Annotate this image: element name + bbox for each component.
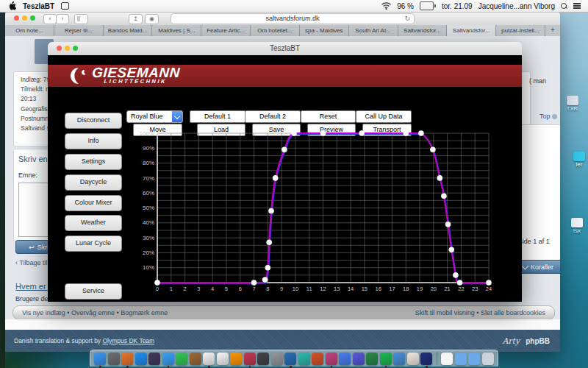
dock-icon-profile-app[interactable] — [353, 353, 365, 365]
dock-icon-stats-app[interactable] — [366, 353, 378, 365]
curve-point-21.6h[interactable] — [453, 272, 459, 278]
dock-icon-red-app[interactable] — [244, 353, 256, 365]
lunar-cycle-button[interactable]: Lunar Cycle — [65, 236, 122, 252]
sidebar-toggle-icon[interactable] — [74, 14, 88, 24]
menu-clock[interactable]: tor. 21.09 — [442, 2, 473, 10]
dock-icon-pink-app[interactable] — [326, 353, 337, 365]
dock-icon-powerpoint[interactable] — [312, 353, 323, 365]
curve-point-7h[interactable] — [251, 280, 257, 286]
tab-10[interactable]: Saltvandsfor... — [447, 25, 496, 36]
dock-icon-app-store[interactable] — [135, 353, 147, 365]
topic-action-links[interactable]: Vis nye indlæg • Overvåg emne • Bogmærk … — [13, 309, 168, 316]
default-1-button[interactable]: Default 1 — [190, 110, 245, 123]
menu-user-name[interactable]: Jacqueline...ann Viborg — [478, 2, 555, 10]
tab-5[interactable]: Feature Artic... — [201, 25, 251, 36]
reset-button[interactable]: Reset — [301, 110, 356, 123]
battery-icon[interactable] — [420, 1, 436, 10]
browser-zoom-button[interactable] — [30, 15, 35, 21]
dock-icon-finder[interactable] — [94, 353, 106, 365]
tab-2[interactable]: Rejser til... — [54, 25, 104, 36]
dock-icon-folder[interactable] — [455, 353, 467, 365]
dock-icon-messages[interactable] — [176, 353, 187, 365]
dock-icon-tiles-app[interactable] — [121, 353, 133, 365]
browser-minimize-button[interactable] — [22, 15, 27, 21]
dock-icon-mail[interactable] — [393, 353, 405, 365]
address-bar[interactable]: saltvandsforum.dk ↻ — [171, 13, 415, 24]
spotlight-search-icon[interactable] — [561, 3, 567, 10]
curve-point-20.75h[interactable] — [441, 193, 447, 199]
curve-point-18h[interactable] — [403, 130, 409, 136]
curve-point-9.2h[interactable] — [282, 147, 287, 153]
desktop-file-3[interactable]: lsx — [571, 218, 583, 234]
browser-close-button[interactable] — [14, 15, 19, 21]
dock-icon-photo-app[interactable] — [148, 353, 160, 365]
dock-icon-teal-app[interactable] — [298, 353, 310, 365]
privacy-icon[interactable]: ◉ — [145, 14, 159, 24]
share-icon[interactable]: ↥ — [129, 14, 143, 24]
board-action-links[interactable]: Skift til mobil visning • Slet alle boar… — [415, 309, 554, 316]
olympus-link[interactable]: Olympus DK Team — [102, 337, 154, 344]
new-tab-button[interactable]: + — [545, 25, 560, 36]
call-up-data-button[interactable]: Call Up Data — [356, 110, 412, 123]
curve-point-7.8h[interactable] — [262, 277, 268, 283]
dock-icon-teszla-app[interactable] — [420, 353, 432, 365]
app-title-bar[interactable]: TeszlaBT — [48, 42, 522, 56]
tab-8[interactable]: South Ari At... — [349, 25, 398, 36]
settings-button[interactable]: Settings — [65, 154, 122, 170]
tab-3[interactable]: Bandos Maid... — [104, 25, 153, 36]
dock-icon-spotify[interactable] — [380, 353, 392, 365]
dock-icon-photos[interactable] — [407, 353, 419, 365]
curve-point-21.9h[interactable] — [457, 280, 463, 286]
curve-point-19.1h[interactable] — [418, 130, 424, 136]
curve-point-8.55h[interactable] — [273, 175, 279, 181]
dock-icon-ibooks[interactable] — [230, 353, 242, 365]
curve-point-14.8h[interactable] — [359, 130, 365, 136]
disconnect-button[interactable]: Disconnect — [65, 113, 122, 129]
dock-icon-document[interactable] — [441, 353, 453, 365]
curve-point-8h[interactable] — [265, 265, 271, 271]
curve-point-0h[interactable] — [154, 280, 160, 286]
tab-9[interactable]: Saltvandsfor... — [398, 25, 448, 36]
back-button[interactable]: ‹ — [43, 14, 57, 24]
curve-point-8.1h[interactable] — [266, 239, 272, 245]
window-menu-icon[interactable] — [61, 2, 69, 10]
curve-point-24h[interactable] — [486, 280, 492, 286]
active-app-name[interactable]: TeszlaBT — [23, 2, 54, 10]
dock-icon-settings-gray[interactable] — [271, 353, 283, 365]
curve-point-19.95h[interactable] — [430, 147, 436, 153]
curve-point-21.3h[interactable] — [448, 247, 454, 253]
dock-icon-folder[interactable] — [468, 353, 480, 365]
top-link[interactable]: Top — [539, 113, 557, 120]
tab-1[interactable]: Om hote... — [5, 25, 54, 36]
dock-icon-contacts[interactable] — [339, 353, 351, 365]
dock-icon-settings-dark[interactable] — [257, 353, 269, 365]
dock-icon-journal[interactable] — [190, 353, 201, 365]
dock-icon-launchpad[interactable] — [108, 353, 120, 365]
tab-7[interactable]: spa - Maldives — [300, 25, 349, 36]
dock-icon-safari[interactable] — [162, 353, 174, 365]
curve-point-21.05h[interactable] — [445, 222, 451, 227]
desktop-file-1[interactable]: t.xls — [567, 96, 578, 112]
desktop-file-2[interactable]: ler — [573, 152, 585, 168]
tab-11[interactable]: pulzar-instell... — [496, 25, 545, 36]
tab-6[interactable]: Om hotellet... — [251, 25, 300, 36]
weather-button[interactable]: Weather — [65, 215, 122, 231]
app-close-button[interactable] — [57, 46, 62, 51]
default-2-button[interactable]: Default 2 — [245, 110, 301, 123]
dock-icon-trash[interactable] — [482, 353, 494, 365]
curve-point-20.45h[interactable] — [437, 175, 442, 181]
service-button[interactable]: Service — [65, 283, 122, 300]
tab-4[interactable]: Maldives | S... — [152, 25, 201, 36]
daycycle-button[interactable]: Daycycle — [65, 174, 122, 191]
dock-icon-word[interactable] — [284, 353, 296, 365]
reload-icon[interactable]: ↻ — [404, 14, 410, 24]
colour-mixer-button[interactable]: Colour Mixer — [65, 195, 122, 211]
curve-point-12h[interactable] — [320, 130, 326, 136]
curve-point-8.25h[interactable] — [268, 208, 274, 214]
daycycle-chart[interactable]: 0123456789101112131415161718192021222324… — [135, 126, 502, 297]
dock-icon-itunes[interactable] — [217, 353, 229, 365]
forward-button[interactable]: › — [56, 14, 69, 24]
channel-select[interactable]: Royal Blue — [126, 110, 183, 123]
curve-point-9.9h[interactable] — [291, 130, 297, 136]
style-credit[interactable]: Arty — [502, 336, 520, 346]
